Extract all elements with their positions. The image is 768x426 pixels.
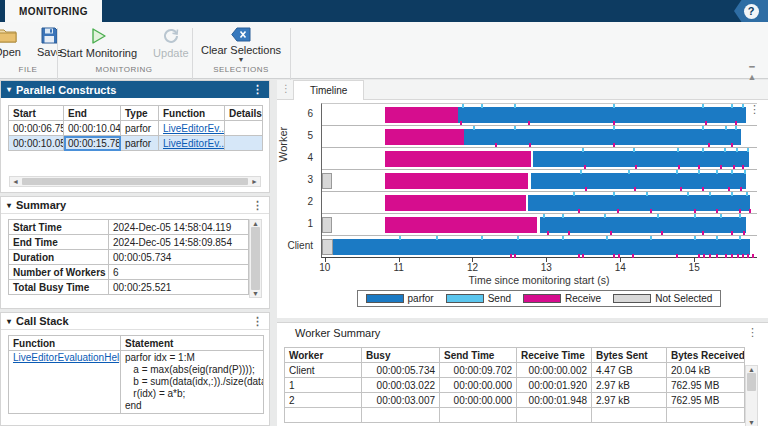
y-tick-label: 4 (277, 147, 313, 169)
col-header[interactable]: Start (9, 106, 64, 121)
table-row[interactable]: Duration00:00:05.734 (9, 250, 249, 265)
timeline-row-3[interactable] (322, 170, 757, 192)
send-event-tick (582, 148, 584, 152)
function-link[interactable]: LiveEditorEv... (163, 138, 225, 149)
ribbon-toolbar: Open Save FILE Start Monitoring (0, 22, 768, 79)
col-header[interactable]: Bytes Sent (592, 348, 667, 363)
col-header[interactable]: Function (159, 106, 225, 121)
table-row[interactable]: 2 00:00:03.007 00:00:00.000 00:00:01.948… (285, 393, 745, 408)
legend-swatch (523, 294, 561, 303)
summary-header[interactable]: ▾ Summary ⋮ (1, 197, 269, 214)
tab-timeline[interactable]: Timeline (293, 80, 364, 100)
x-axis-label: Time since monitoring start (s) (321, 274, 757, 286)
clear-selections-button[interactable]: Clear Selections ▼ (196, 25, 286, 65)
col-header[interactable]: Function (9, 336, 121, 351)
start-monitoring-button[interactable]: Start Monitoring (54, 25, 142, 61)
col-header[interactable]: Bytes Received (667, 348, 745, 363)
call-stack-header[interactable]: ▾ Call Stack ⋮ (1, 313, 269, 330)
timeline-row-Client[interactable] (322, 236, 757, 258)
table-row[interactable]: Client 00:00:05.734 00:00:09.702 00:00:0… (285, 363, 745, 378)
table-row[interactable]: 1 00:00:03.022 00:00:00.000 00:00:01.920… (285, 378, 745, 393)
bar-parfor[interactable] (333, 239, 750, 255)
bar-parfor[interactable] (458, 107, 746, 123)
y-tick-label: 2 (277, 191, 313, 213)
receive-event-tick (568, 231, 570, 235)
help-button[interactable]: ? (744, 4, 759, 19)
scroll-down-icon[interactable]: ▼ (746, 419, 757, 426)
vertical-splitter[interactable] (270, 79, 277, 426)
bar-notsel[interactable] (322, 217, 332, 233)
timeline-row-2[interactable] (322, 192, 757, 214)
vertical-scrollbar[interactable]: ▲ ▼ (745, 365, 758, 426)
panel-menu-icon[interactable]: ⋮ (252, 84, 263, 95)
send-event-tick (720, 214, 722, 218)
table-row-selected[interactable]: 00:00:10.051 00:00:15.786 parfor LiveEdi… (9, 136, 263, 151)
collapse-ribbon-icon[interactable]: ━▲ (744, 62, 760, 74)
panel-menu-icon[interactable]: ⋮ (252, 200, 263, 211)
scroll-right-icon[interactable]: ► (249, 178, 260, 185)
scroll-left-icon[interactable]: ◄ (10, 178, 21, 185)
function-link[interactable]: LiveEditorEvaluationHelp... (13, 352, 121, 363)
send-event-tick (702, 104, 704, 108)
vertical-scrollbar[interactable]: ▲ ▼ (249, 219, 262, 298)
panel-menu-icon[interactable]: ⋮ (747, 327, 758, 338)
panel-menu-icon[interactable]: ⋮ (252, 316, 263, 327)
bar-receive[interactable] (385, 151, 530, 167)
group-label-file: FILE (0, 65, 56, 78)
receive-event-tick (733, 165, 735, 169)
chevron-down-icon[interactable]: ▼ (238, 57, 245, 63)
col-header[interactable]: Details (225, 106, 263, 121)
update-button[interactable]: Update (148, 25, 193, 61)
focused-cell[interactable]: 00:00:15.786 (64, 136, 121, 151)
bar-parfor[interactable] (540, 217, 746, 233)
bar-receive[interactable] (385, 173, 527, 189)
receive-event-tick (495, 143, 497, 147)
timeline-row-5[interactable] (322, 126, 757, 148)
bar-parfor[interactable] (533, 151, 749, 167)
col-header[interactable]: Worker (285, 348, 362, 363)
function-link[interactable]: LiveEditorEv... (163, 123, 225, 134)
table-row[interactable]: LiveEditorEvaluationHelp... parfor idx =… (9, 351, 264, 414)
parallel-constructs-header[interactable]: ▾ Parallel Constructs ⋮ (1, 81, 269, 98)
col-header[interactable]: Statement (121, 336, 264, 351)
col-header[interactable]: Type (121, 106, 159, 121)
bar-parfor[interactable] (531, 173, 746, 189)
col-header[interactable]: End (64, 106, 121, 121)
send-event-tick (739, 236, 741, 240)
open-button[interactable]: Open (0, 25, 26, 60)
col-header[interactable]: Busy (362, 348, 440, 363)
receive-event-tick (613, 143, 615, 147)
bar-notsel[interactable] (322, 173, 332, 189)
bar-receive[interactable] (385, 217, 536, 233)
open-label: Open (0, 46, 21, 58)
timeline-row-6[interactable] (322, 104, 757, 126)
col-header[interactable]: Receive Time (517, 348, 592, 363)
table-row[interactable]: 00:00:06.754 00:00:10.046 parfor LiveEdi… (9, 121, 263, 136)
collapse-icon[interactable]: ▾ (7, 317, 11, 326)
scroll-up-icon[interactable]: ▲ (746, 366, 757, 373)
scroll-down-icon[interactable]: ▼ (250, 290, 261, 297)
drag-handle-icon[interactable]: ⋮ (281, 83, 291, 94)
bar-receive[interactable] (385, 107, 458, 123)
y-tick-label: 3 (277, 169, 313, 191)
collapse-icon[interactable]: ▾ (7, 201, 11, 210)
horizontal-scrollbar[interactable]: ◄ ► (9, 176, 261, 187)
collapse-icon[interactable]: ▾ (7, 85, 11, 94)
table-row[interactable]: Start Time2024-Dec-05 14:58:04.119 (9, 220, 249, 235)
bar-receive[interactable] (385, 129, 463, 145)
bar-receive[interactable] (385, 195, 526, 211)
send-event-tick (462, 104, 464, 108)
tab-monitoring[interactable]: MONITORING (5, 0, 102, 22)
col-header[interactable]: Send Time (440, 348, 517, 363)
table-row[interactable]: Total Busy Time00:00:25.521 (9, 280, 249, 295)
table-row[interactable]: Number of Workers6 (9, 265, 249, 280)
timeline-row-4[interactable] (322, 148, 757, 170)
timeline-plot[interactable] (321, 103, 757, 258)
table-row[interactable]: End Time2024-Dec-05 14:58:09.854 (9, 235, 249, 250)
table-row-partial[interactable] (285, 408, 745, 423)
timeline-row-1[interactable] (322, 214, 757, 236)
bar-parfor[interactable] (464, 129, 740, 145)
scroll-up-icon[interactable]: ▲ (250, 220, 261, 227)
bar-notsel[interactable] (322, 239, 333, 255)
send-event-tick (628, 170, 630, 174)
